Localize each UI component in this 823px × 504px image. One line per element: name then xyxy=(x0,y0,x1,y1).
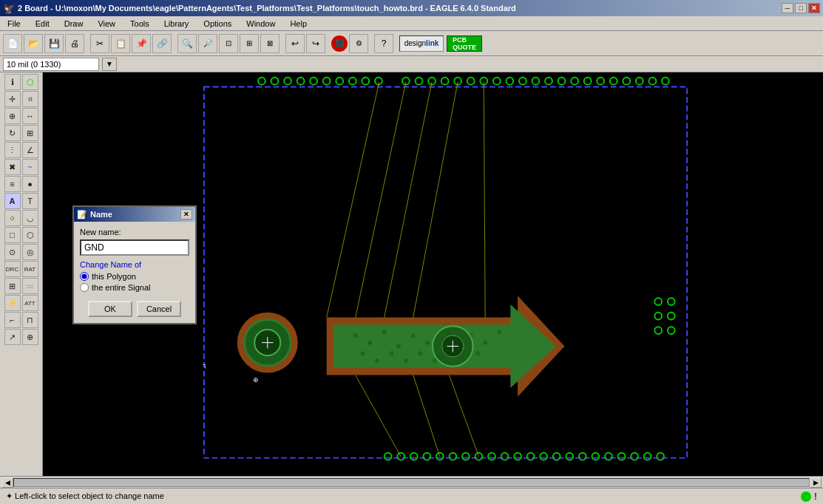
svg-point-19 xyxy=(506,78,513,85)
help-btn[interactable]: ? xyxy=(374,34,393,53)
tool-hole[interactable]: ◎ xyxy=(22,244,38,260)
menu-file[interactable]: File xyxy=(3,18,25,30)
tool-grid[interactable]: ⊞ xyxy=(4,278,21,294)
tool-name[interactable]: A xyxy=(4,193,21,209)
redo-btn[interactable]: ↪ xyxy=(306,34,325,53)
menu-help[interactable]: Help xyxy=(285,18,311,30)
tool-via[interactable]: ⊙ xyxy=(4,244,21,260)
tool-info[interactable]: ℹ xyxy=(4,74,21,90)
svg-point-54 xyxy=(592,453,599,460)
tool-drc[interactable]: DRC xyxy=(4,261,21,277)
svg-point-73 xyxy=(425,341,430,345)
tool-delete[interactable]: ✖ xyxy=(4,159,21,175)
scroll-left-arrow[interactable]: ◀ xyxy=(1,477,13,488)
menu-view[interactable]: View xyxy=(93,18,120,30)
maximize-button[interactable]: □ xyxy=(795,3,807,13)
status-green-indicator xyxy=(801,491,811,502)
cut-btn[interactable]: ✂ xyxy=(90,34,109,53)
tool-copy[interactable]: ⊕ xyxy=(4,108,21,124)
tool-ratsnest[interactable]: RAT xyxy=(22,261,38,277)
zoom-sel-btn[interactable]: ⊞ xyxy=(240,34,259,53)
ok-button[interactable]: OK xyxy=(88,301,132,317)
open-btn[interactable]: 📂 xyxy=(24,34,43,53)
svg-line-94 xyxy=(385,82,432,318)
svg-point-76 xyxy=(469,333,473,338)
radio-this-polygon[interactable]: this Polygon xyxy=(80,272,189,281)
status-right: ! xyxy=(801,491,817,502)
zoom-in-btn[interactable]: 🔍 xyxy=(177,34,197,53)
tool-connect[interactable]: ⊓ xyxy=(22,312,38,328)
tool-grid2[interactable]: :::: xyxy=(22,278,38,294)
tool-circle[interactable]: ○ xyxy=(4,210,21,226)
menu-options[interactable]: Options xyxy=(199,18,236,30)
titlebar-left: 🦅 2 Board - U:\moxon\My Documents\eagle\… xyxy=(3,3,516,14)
svg-point-37 xyxy=(668,327,675,334)
svg-point-25 xyxy=(584,78,592,85)
script-btn[interactable]: ⚙ xyxy=(349,34,368,53)
tool-junction[interactable]: ● xyxy=(22,176,38,192)
tool-smash[interactable]: ⚡ xyxy=(4,295,21,311)
svg-point-36 xyxy=(654,327,662,334)
dialog-close-button[interactable]: ✕ xyxy=(180,209,192,219)
main-toolbar: 📄 📂 💾 🖨 ✂ 📋 📌 🔗 🔍 🔎 ⊡ ⊞ ⊠ ↩ ↪ ⬛ ⚙ ? desi… xyxy=(0,31,823,56)
menu-tools[interactable]: Tools xyxy=(126,18,154,30)
print-btn[interactable]: 🖨 xyxy=(65,34,84,53)
pcb-quote-logo: PCBQUOTE xyxy=(447,35,482,52)
app-icon: 🦅 xyxy=(3,3,15,14)
svg-point-74 xyxy=(440,330,444,334)
svg-point-85 xyxy=(447,351,452,355)
scroll-right-arrow[interactable]: ▶ xyxy=(810,477,822,488)
tool-arc[interactable]: ◡ xyxy=(22,210,38,226)
tool-group[interactable]: ⌗ xyxy=(22,91,38,107)
tool-bus[interactable]: ≡ xyxy=(4,176,21,192)
menu-window[interactable]: Window xyxy=(242,18,280,30)
tool-array[interactable]: ⊞ xyxy=(22,125,38,141)
tool-rect[interactable]: □ xyxy=(4,227,21,243)
undo-btn[interactable]: ↩ xyxy=(285,34,305,53)
minimize-button[interactable]: ─ xyxy=(782,3,793,13)
svg-point-53 xyxy=(579,453,586,460)
svg-point-4 xyxy=(297,78,305,85)
coord-dropdown[interactable]: ▼ xyxy=(102,58,117,71)
zoom-area-btn[interactable]: ⊠ xyxy=(260,34,280,53)
titlebar-controls: ─ □ ✕ xyxy=(782,3,820,13)
svg-point-32 xyxy=(654,298,662,305)
radio-polygon-input[interactable] xyxy=(80,272,89,281)
svg-marker-67 xyxy=(333,304,555,388)
cancel-button[interactable]: Cancel xyxy=(137,301,181,317)
scroll-track-h[interactable] xyxy=(13,478,810,487)
copy-btn[interactable]: 📋 xyxy=(111,34,130,53)
new-btn[interactable]: 📄 xyxy=(3,34,22,53)
tool-poly[interactable]: ⬡ xyxy=(22,227,38,243)
tool-layer[interactable]: ⬡ xyxy=(22,74,38,90)
tool-wire[interactable]: ⌐ xyxy=(4,312,21,328)
new-name-input[interactable] xyxy=(80,239,189,256)
svg-point-59 xyxy=(657,453,664,460)
radio-entire-signal[interactable]: the entire Signal xyxy=(80,283,189,292)
tool-rotate[interactable]: ↻ xyxy=(4,125,21,141)
close-button[interactable]: ✕ xyxy=(808,3,820,13)
horizontal-scrollbar[interactable]: ◀ ▶ xyxy=(0,476,823,488)
tool-autoroute[interactable]: ⊕ xyxy=(22,329,38,345)
save-btn[interactable]: 💾 xyxy=(44,34,64,53)
new-name-label: New name: xyxy=(80,228,189,236)
tool-miter[interactable]: ∠ xyxy=(22,142,38,158)
tool-split[interactable]: ⋮ xyxy=(4,142,21,158)
tool-mirror[interactable]: ↔ xyxy=(22,108,38,124)
zoom-fit-btn[interactable]: ⊡ xyxy=(219,34,238,53)
glue-btn[interactable]: 🔗 xyxy=(152,34,172,53)
menu-library[interactable]: Library xyxy=(160,18,194,30)
menu-edit[interactable]: Edit xyxy=(31,18,54,30)
zoom-out-btn[interactable]: 🔎 xyxy=(198,34,217,53)
tool-text[interactable]: T xyxy=(22,193,38,209)
stop-btn[interactable]: ⬛ xyxy=(331,35,348,52)
tool-attr[interactable]: ATT xyxy=(22,295,38,311)
paste-btn[interactable]: 📌 xyxy=(132,34,151,53)
canvas-area[interactable]: ⊕ xyxy=(43,72,823,476)
tool-route[interactable]: ↗ xyxy=(4,329,21,345)
svg-line-99 xyxy=(449,375,478,457)
radio-signal-input[interactable] xyxy=(80,283,89,292)
tool-net[interactable]: ~ xyxy=(22,159,38,175)
menu-draw[interactable]: Draw xyxy=(60,18,88,30)
tool-move[interactable]: ✛ xyxy=(4,91,21,107)
